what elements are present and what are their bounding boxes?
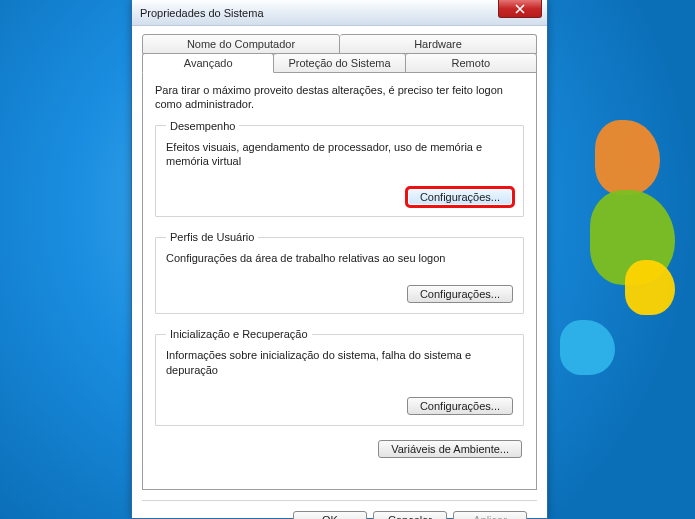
group-user-profiles-legend: Perfis de Usuário [166,231,258,243]
titlebar[interactable]: Propriedades do Sistema [132,0,547,26]
close-icon [515,4,525,14]
tab-computer-name[interactable]: Nome do Computador [142,34,340,54]
user-profiles-settings-button[interactable]: Configurações... [407,285,513,303]
desktop-background: Propriedades do Sistema Nome do Computad… [0,0,695,519]
group-performance-desc: Efeitos visuais, agendamento de processa… [166,140,513,169]
apply-button[interactable]: Aplicar [453,511,527,519]
group-startup-recovery: Inicialização e Recuperação Informações … [155,328,524,426]
tab-advanced[interactable]: Avançado [142,53,274,73]
startup-recovery-settings-button[interactable]: Configurações... [407,397,513,415]
system-properties-window: Propriedades do Sistema Nome do Computad… [131,0,548,519]
performance-settings-button[interactable]: Configurações... [407,188,513,206]
close-button[interactable] [498,0,542,18]
windows-logo [555,110,685,370]
environment-variables-button[interactable]: Variáveis de Ambiente... [378,440,522,458]
tab-system-protection[interactable]: Proteção do Sistema [274,53,405,73]
cancel-button[interactable]: Cancelar [373,511,447,519]
tab-remote[interactable]: Remoto [406,53,537,73]
tab-bar: Nome do Computador Hardware Avançado Pro… [142,34,537,73]
dialog-buttons: OK Cancelar Aplicar [142,500,537,519]
ok-button[interactable]: OK [293,511,367,519]
intro-text: Para tirar o máximo proveito destas alte… [155,83,524,112]
group-user-profiles: Perfis de Usuário Configurações da área … [155,231,524,314]
group-performance-legend: Desempenho [166,120,239,132]
group-user-profiles-desc: Configurações da área de trabalho relati… [166,251,513,265]
group-startup-recovery-legend: Inicialização e Recuperação [166,328,312,340]
window-title: Propriedades do Sistema [140,7,264,19]
tab-panel-advanced: Para tirar o máximo proveito destas alte… [142,73,537,490]
group-startup-recovery-desc: Informações sobre inicialização do siste… [166,348,513,377]
group-performance: Desempenho Efeitos visuais, agendamento … [155,120,524,218]
tab-hardware[interactable]: Hardware [340,34,537,54]
